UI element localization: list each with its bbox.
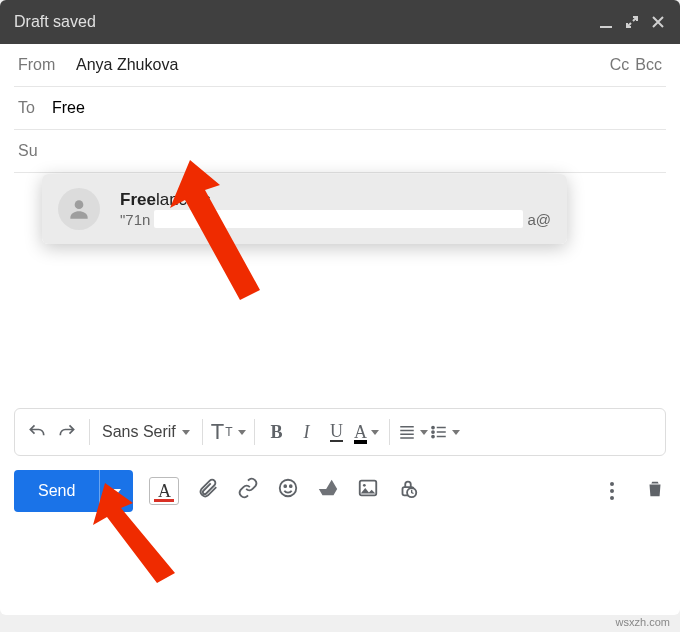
svg-point-2 [431, 426, 433, 428]
annotation-arrow-2 [75, 475, 195, 585]
italic-button[interactable]: I [293, 416, 321, 448]
confidential-mode-button[interactable] [397, 477, 419, 505]
font-family-label: Sans Serif [102, 423, 176, 441]
from-row: From Anya Zhukova Cc Bcc [14, 44, 666, 87]
text-color-button[interactable]: A [353, 416, 381, 448]
separator [389, 419, 390, 445]
font-size-button[interactable]: TT [211, 416, 246, 448]
titlebar-actions [598, 14, 666, 30]
subject-label-partial: Su [18, 142, 58, 160]
fullscreen-icon[interactable] [624, 14, 640, 30]
autocomplete-email-suffix: a@ [527, 211, 551, 228]
align-button[interactable] [398, 416, 428, 448]
svg-point-3 [431, 431, 433, 433]
cc-button[interactable]: Cc [610, 56, 630, 74]
to-label: To [18, 99, 52, 117]
subject-row: Su [14, 130, 666, 173]
svg-point-7 [290, 485, 292, 487]
bcc-button[interactable]: Bcc [635, 56, 662, 74]
insert-link-button[interactable] [237, 477, 259, 505]
separator [202, 419, 203, 445]
minimize-icon[interactable] [598, 14, 614, 30]
caret-down-icon [238, 430, 246, 435]
svg-marker-13 [93, 483, 175, 583]
font-family-select[interactable]: Sans Serif [98, 423, 194, 441]
svg-point-5 [280, 480, 297, 497]
svg-point-4 [431, 435, 433, 437]
underline-button[interactable]: U [323, 416, 351, 448]
redo-button[interactable] [53, 416, 81, 448]
svg-point-6 [285, 485, 287, 487]
svg-point-9 [363, 484, 366, 487]
close-icon[interactable] [650, 14, 666, 30]
attach-file-button[interactable] [197, 477, 219, 505]
from-value[interactable]: Anya Zhukova [76, 56, 610, 74]
insert-photo-button[interactable] [357, 477, 379, 505]
to-row: To [14, 87, 666, 130]
bold-button[interactable]: B [263, 416, 291, 448]
caret-down-icon [182, 430, 190, 435]
annotation-arrow-1 [150, 150, 310, 310]
avatar-icon [58, 188, 100, 230]
caret-down-icon [420, 430, 428, 435]
formatting-toolbar: Sans Serif TT B I U A [14, 408, 666, 456]
list-button[interactable] [430, 416, 460, 448]
discard-draft-button[interactable] [644, 478, 666, 504]
svg-point-1 [75, 200, 84, 209]
caret-down-icon [452, 430, 460, 435]
from-label: From [18, 56, 76, 74]
insert-emoji-button[interactable] [277, 477, 299, 505]
svg-rect-0 [600, 26, 612, 28]
more-options-button[interactable] [610, 482, 614, 500]
titlebar-text: Draft saved [14, 13, 598, 31]
attribution-text: wsxzh.com [616, 616, 670, 628]
caret-down-icon [371, 430, 379, 435]
svg-marker-12 [170, 160, 260, 300]
subject-input[interactable] [58, 142, 662, 160]
compose-body: From Anya Zhukova Cc Bcc To Su [0, 44, 680, 408]
autocomplete-email-prefix: "71n [120, 211, 150, 228]
to-input[interactable] [52, 99, 662, 117]
titlebar: Draft saved [0, 0, 680, 44]
insert-drive-button[interactable] [317, 477, 339, 505]
separator [254, 419, 255, 445]
undo-button[interactable] [23, 416, 51, 448]
separator [89, 419, 90, 445]
